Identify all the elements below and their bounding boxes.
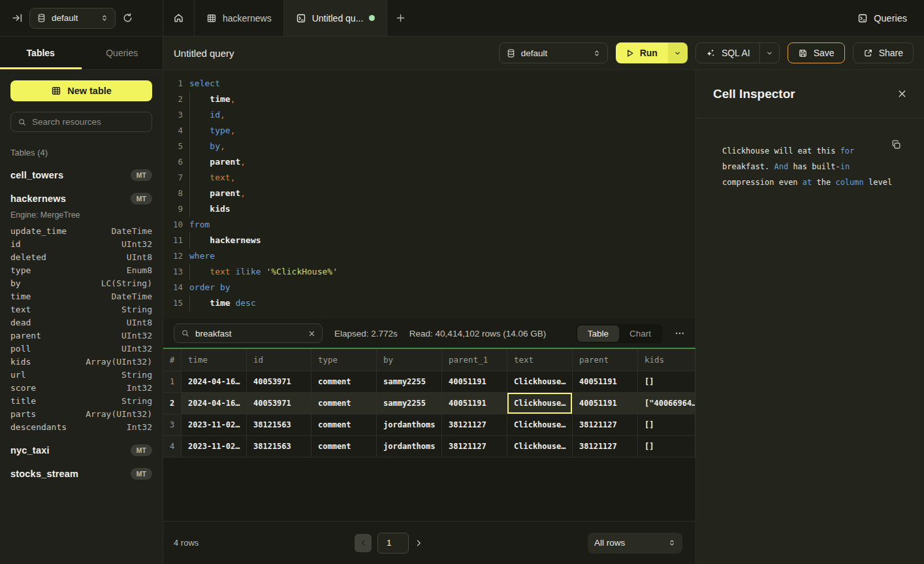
new-tab-plus-icon[interactable]	[387, 0, 413, 36]
column-header[interactable]: time	[182, 349, 247, 371]
share-button[interactable]: Share	[853, 42, 914, 63]
code-line[interactable]: 13 text ilike '%ClickHouse%'	[163, 264, 695, 280]
cell[interactable]: Clickhouse…	[507, 436, 573, 457]
results-search[interactable]	[174, 323, 323, 343]
cell[interactable]: ["40066964…	[638, 393, 695, 414]
cell[interactable]: sammy2255	[377, 371, 442, 393]
cell[interactable]: Clickhouse…	[507, 393, 573, 414]
line-number: 11	[163, 233, 183, 248]
cell[interactable]: []	[638, 436, 695, 457]
cell[interactable]: Clickhouse…	[507, 371, 573, 393]
code-line[interactable]: 11 hackernews	[163, 233, 695, 248]
cell[interactable]: comment	[311, 371, 377, 393]
code-line[interactable]: 3 id,	[163, 107, 695, 123]
cell[interactable]: []	[638, 371, 695, 393]
next-page-button[interactable]	[415, 539, 422, 547]
code-line[interactable]: 7 text,	[163, 170, 695, 186]
code-line[interactable]: 1select	[163, 76, 695, 91]
code-line[interactable]: 5 by,	[163, 139, 695, 154]
cell[interactable]: []	[638, 414, 695, 436]
column-row: idUInt32	[10, 238, 152, 251]
cell[interactable]: 38121563	[247, 436, 311, 457]
run-button[interactable]: Run	[616, 42, 668, 63]
cell[interactable]: 38121563	[247, 414, 311, 436]
cell[interactable]: 38121127	[573, 414, 638, 436]
code-line[interactable]: 10from	[163, 217, 695, 233]
new-table-button[interactable]: New table	[10, 80, 152, 101]
sidebar-tab-queries[interactable]: Queries	[82, 37, 163, 69]
sidebar-search[interactable]	[10, 112, 152, 132]
cell[interactable]: sammy2255	[377, 393, 442, 414]
column-header[interactable]: type	[311, 349, 377, 371]
code-line[interactable]: 4 type,	[163, 123, 695, 139]
tab-hackernews[interactable]: hackernews	[195, 0, 284, 36]
code-line[interactable]: 6 parent,	[163, 154, 695, 170]
column-name: poll	[10, 342, 31, 356]
cell[interactable]: 1	[163, 371, 182, 393]
code-line[interactable]: 15 time desc	[163, 295, 695, 311]
cell[interactable]: 38121127	[442, 414, 507, 436]
column-header[interactable]: parent_1	[442, 349, 507, 371]
cell[interactable]: 40051191	[442, 393, 507, 414]
view-tab-table[interactable]: Table	[577, 325, 619, 342]
sidebar-search-input[interactable]	[32, 117, 145, 127]
close-icon[interactable]	[897, 89, 907, 99]
sidebar-table-hackernews[interactable]: hackernews MT	[10, 193, 152, 205]
code-line[interactable]: 9 kids	[163, 201, 695, 217]
refresh-icon[interactable]	[122, 12, 133, 24]
code-line[interactable]: 2 time,	[163, 91, 695, 107]
column-header[interactable]: kids	[638, 349, 695, 371]
column-header[interactable]: text	[507, 349, 573, 371]
column-header[interactable]: id	[247, 349, 311, 371]
sidebar-table-stocks-stream[interactable]: stocks_stream MT	[10, 468, 152, 480]
cell[interactable]: 4	[163, 436, 182, 457]
column-header[interactable]: #	[163, 349, 182, 371]
cell[interactable]: 2	[163, 393, 182, 414]
page-size-select[interactable]: All rows	[588, 533, 682, 554]
code-line[interactable]: 12where	[163, 248, 695, 264]
cell[interactable]: 2024-04-16…	[182, 371, 247, 393]
prev-page-button[interactable]	[355, 534, 372, 552]
cell[interactable]: 38121127	[573, 436, 638, 457]
tab-untitled-query[interactable]: Untitled qu...	[284, 0, 388, 36]
queries-button[interactable]: Queries	[857, 13, 907, 24]
copy-icon[interactable]	[891, 139, 902, 150]
cell[interactable]: Clickhouse…	[507, 414, 573, 436]
run-options-caret[interactable]	[668, 42, 688, 63]
page-number-input[interactable]: 1	[377, 533, 409, 554]
cell[interactable]: 40051191	[573, 371, 638, 393]
sidebar-table-nyc-taxi[interactable]: nyc_taxi MT	[10, 444, 152, 456]
results-search-input[interactable]	[195, 329, 303, 339]
cell[interactable]: 40053971	[247, 371, 311, 393]
code-line[interactable]: 8 parent,	[163, 186, 695, 201]
sidebar-table-cell-towers[interactable]: cell_towers MT	[10, 169, 152, 181]
more-options-icon[interactable]	[675, 328, 685, 339]
cell[interactable]: comment	[311, 436, 377, 457]
cell[interactable]: 40051191	[442, 371, 507, 393]
sidebar-tab-tables[interactable]: Tables	[0, 37, 82, 69]
column-header[interactable]: parent	[573, 349, 638, 371]
database-select[interactable]: default	[29, 8, 116, 29]
tab-home[interactable]	[163, 0, 195, 36]
toolbar-database-select[interactable]: default	[499, 42, 608, 63]
sql-ai-button[interactable]: SQL AI	[696, 43, 759, 63]
cell[interactable]: 38121127	[442, 436, 507, 457]
cell[interactable]: comment	[311, 414, 377, 436]
view-tab-chart[interactable]: Chart	[619, 325, 661, 342]
code-line[interactable]: 14order by	[163, 280, 695, 295]
sql-ai-caret[interactable]	[759, 43, 779, 63]
cell[interactable]: 2024-04-16…	[182, 393, 247, 414]
sql-editor[interactable]: 1select2 time,3 id,4 type,5 by,6 parent,…	[163, 70, 695, 319]
cell[interactable]: 3	[163, 414, 182, 436]
clear-search-icon[interactable]	[308, 330, 315, 337]
cell[interactable]: 40053971	[247, 393, 311, 414]
save-button[interactable]: Save	[788, 42, 845, 63]
cell[interactable]: jordanthoms	[377, 414, 442, 436]
cell[interactable]: 2023-11-02…	[182, 436, 247, 457]
column-header[interactable]: by	[377, 349, 442, 371]
cell[interactable]: 40051191	[573, 393, 638, 414]
cell[interactable]: jordanthoms	[377, 436, 442, 457]
cell[interactable]: 2023-11-02…	[182, 414, 247, 436]
collapse-sidebar-icon[interactable]	[12, 12, 23, 24]
cell[interactable]: comment	[311, 393, 377, 414]
